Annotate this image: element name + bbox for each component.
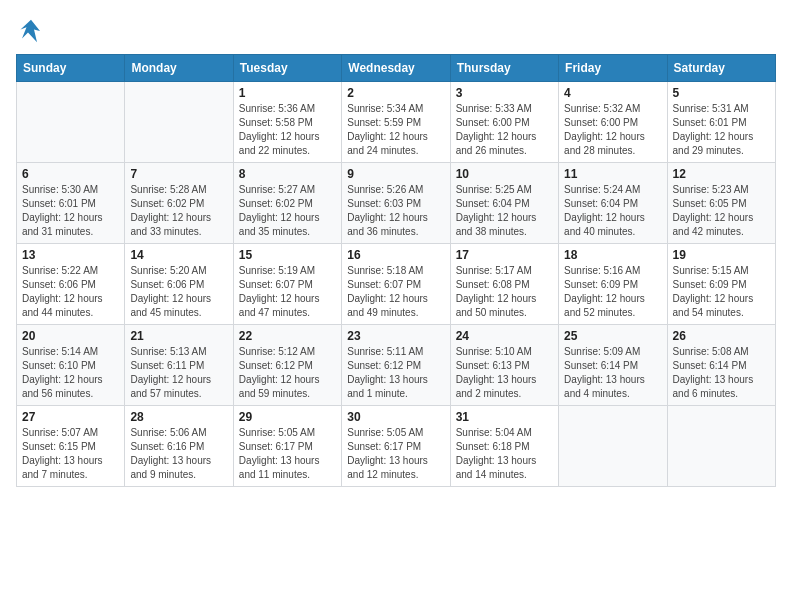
page-header: [16, 16, 776, 46]
calendar-cell: 21Sunrise: 5:13 AM Sunset: 6:11 PM Dayli…: [125, 325, 233, 406]
weekday-header-saturday: Saturday: [667, 55, 775, 82]
calendar-cell: 28Sunrise: 5:06 AM Sunset: 6:16 PM Dayli…: [125, 406, 233, 487]
calendar-cell: 17Sunrise: 5:17 AM Sunset: 6:08 PM Dayli…: [450, 244, 558, 325]
calendar-cell: 23Sunrise: 5:11 AM Sunset: 6:12 PM Dayli…: [342, 325, 450, 406]
day-info: Sunrise: 5:15 AM Sunset: 6:09 PM Dayligh…: [673, 264, 770, 320]
weekday-header-tuesday: Tuesday: [233, 55, 341, 82]
day-info: Sunrise: 5:27 AM Sunset: 6:02 PM Dayligh…: [239, 183, 336, 239]
calendar-cell: 3Sunrise: 5:33 AM Sunset: 6:00 PM Daylig…: [450, 82, 558, 163]
day-info: Sunrise: 5:25 AM Sunset: 6:04 PM Dayligh…: [456, 183, 553, 239]
calendar-cell: 16Sunrise: 5:18 AM Sunset: 6:07 PM Dayli…: [342, 244, 450, 325]
calendar-cell: 15Sunrise: 5:19 AM Sunset: 6:07 PM Dayli…: [233, 244, 341, 325]
day-info: Sunrise: 5:31 AM Sunset: 6:01 PM Dayligh…: [673, 102, 770, 158]
calendar-cell: 11Sunrise: 5:24 AM Sunset: 6:04 PM Dayli…: [559, 163, 667, 244]
day-number: 25: [564, 329, 661, 343]
calendar-cell: 18Sunrise: 5:16 AM Sunset: 6:09 PM Dayli…: [559, 244, 667, 325]
calendar-cell: 26Sunrise: 5:08 AM Sunset: 6:14 PM Dayli…: [667, 325, 775, 406]
day-number: 21: [130, 329, 227, 343]
day-number: 10: [456, 167, 553, 181]
day-info: Sunrise: 5:23 AM Sunset: 6:05 PM Dayligh…: [673, 183, 770, 239]
day-number: 13: [22, 248, 119, 262]
day-number: 7: [130, 167, 227, 181]
day-info: Sunrise: 5:06 AM Sunset: 6:16 PM Dayligh…: [130, 426, 227, 482]
weekday-header-friday: Friday: [559, 55, 667, 82]
week-row-2: 6Sunrise: 5:30 AM Sunset: 6:01 PM Daylig…: [17, 163, 776, 244]
calendar-cell: 9Sunrise: 5:26 AM Sunset: 6:03 PM Daylig…: [342, 163, 450, 244]
calendar-cell: 4Sunrise: 5:32 AM Sunset: 6:00 PM Daylig…: [559, 82, 667, 163]
day-info: Sunrise: 5:16 AM Sunset: 6:09 PM Dayligh…: [564, 264, 661, 320]
day-info: Sunrise: 5:11 AM Sunset: 6:12 PM Dayligh…: [347, 345, 444, 401]
calendar-cell: 27Sunrise: 5:07 AM Sunset: 6:15 PM Dayli…: [17, 406, 125, 487]
week-row-4: 20Sunrise: 5:14 AM Sunset: 6:10 PM Dayli…: [17, 325, 776, 406]
calendar-cell: [125, 82, 233, 163]
day-info: Sunrise: 5:24 AM Sunset: 6:04 PM Dayligh…: [564, 183, 661, 239]
calendar-cell: 8Sunrise: 5:27 AM Sunset: 6:02 PM Daylig…: [233, 163, 341, 244]
calendar-cell: 14Sunrise: 5:20 AM Sunset: 6:06 PM Dayli…: [125, 244, 233, 325]
calendar-cell: 13Sunrise: 5:22 AM Sunset: 6:06 PM Dayli…: [17, 244, 125, 325]
weekday-header-thursday: Thursday: [450, 55, 558, 82]
calendar-cell: 19Sunrise: 5:15 AM Sunset: 6:09 PM Dayli…: [667, 244, 775, 325]
day-info: Sunrise: 5:10 AM Sunset: 6:13 PM Dayligh…: [456, 345, 553, 401]
day-number: 18: [564, 248, 661, 262]
day-info: Sunrise: 5:34 AM Sunset: 5:59 PM Dayligh…: [347, 102, 444, 158]
calendar-cell: 29Sunrise: 5:05 AM Sunset: 6:17 PM Dayli…: [233, 406, 341, 487]
day-number: 19: [673, 248, 770, 262]
calendar-cell: 12Sunrise: 5:23 AM Sunset: 6:05 PM Dayli…: [667, 163, 775, 244]
day-number: 16: [347, 248, 444, 262]
day-info: Sunrise: 5:05 AM Sunset: 6:17 PM Dayligh…: [239, 426, 336, 482]
day-info: Sunrise: 5:17 AM Sunset: 6:08 PM Dayligh…: [456, 264, 553, 320]
day-number: 27: [22, 410, 119, 424]
calendar-cell: 2Sunrise: 5:34 AM Sunset: 5:59 PM Daylig…: [342, 82, 450, 163]
day-number: 17: [456, 248, 553, 262]
weekday-header-monday: Monday: [125, 55, 233, 82]
day-number: 20: [22, 329, 119, 343]
day-number: 28: [130, 410, 227, 424]
day-number: 29: [239, 410, 336, 424]
week-row-5: 27Sunrise: 5:07 AM Sunset: 6:15 PM Dayli…: [17, 406, 776, 487]
weekday-header-wednesday: Wednesday: [342, 55, 450, 82]
day-number: 26: [673, 329, 770, 343]
day-info: Sunrise: 5:36 AM Sunset: 5:58 PM Dayligh…: [239, 102, 336, 158]
day-info: Sunrise: 5:28 AM Sunset: 6:02 PM Dayligh…: [130, 183, 227, 239]
calendar-cell: 6Sunrise: 5:30 AM Sunset: 6:01 PM Daylig…: [17, 163, 125, 244]
day-number: 5: [673, 86, 770, 100]
day-info: Sunrise: 5:20 AM Sunset: 6:06 PM Dayligh…: [130, 264, 227, 320]
day-info: Sunrise: 5:22 AM Sunset: 6:06 PM Dayligh…: [22, 264, 119, 320]
calendar-cell: 7Sunrise: 5:28 AM Sunset: 6:02 PM Daylig…: [125, 163, 233, 244]
day-info: Sunrise: 5:33 AM Sunset: 6:00 PM Dayligh…: [456, 102, 553, 158]
day-info: Sunrise: 5:32 AM Sunset: 6:00 PM Dayligh…: [564, 102, 661, 158]
day-info: Sunrise: 5:12 AM Sunset: 6:12 PM Dayligh…: [239, 345, 336, 401]
day-number: 6: [22, 167, 119, 181]
calendar-cell: 20Sunrise: 5:14 AM Sunset: 6:10 PM Dayli…: [17, 325, 125, 406]
logo: [16, 16, 50, 46]
day-number: 11: [564, 167, 661, 181]
day-number: 23: [347, 329, 444, 343]
week-row-1: 1Sunrise: 5:36 AM Sunset: 5:58 PM Daylig…: [17, 82, 776, 163]
calendar-cell: 31Sunrise: 5:04 AM Sunset: 6:18 PM Dayli…: [450, 406, 558, 487]
day-number: 30: [347, 410, 444, 424]
calendar-cell: 30Sunrise: 5:05 AM Sunset: 6:17 PM Dayli…: [342, 406, 450, 487]
day-info: Sunrise: 5:14 AM Sunset: 6:10 PM Dayligh…: [22, 345, 119, 401]
calendar-cell: [559, 406, 667, 487]
day-number: 14: [130, 248, 227, 262]
day-info: Sunrise: 5:19 AM Sunset: 6:07 PM Dayligh…: [239, 264, 336, 320]
weekday-header-row: SundayMondayTuesdayWednesdayThursdayFrid…: [17, 55, 776, 82]
day-number: 24: [456, 329, 553, 343]
day-number: 15: [239, 248, 336, 262]
day-number: 9: [347, 167, 444, 181]
day-info: Sunrise: 5:05 AM Sunset: 6:17 PM Dayligh…: [347, 426, 444, 482]
day-number: 8: [239, 167, 336, 181]
calendar-cell: 1Sunrise: 5:36 AM Sunset: 5:58 PM Daylig…: [233, 82, 341, 163]
day-info: Sunrise: 5:30 AM Sunset: 6:01 PM Dayligh…: [22, 183, 119, 239]
day-number: 22: [239, 329, 336, 343]
day-number: 12: [673, 167, 770, 181]
day-info: Sunrise: 5:04 AM Sunset: 6:18 PM Dayligh…: [456, 426, 553, 482]
day-number: 31: [456, 410, 553, 424]
svg-marker-0: [21, 20, 41, 43]
calendar-cell: 10Sunrise: 5:25 AM Sunset: 6:04 PM Dayli…: [450, 163, 558, 244]
day-info: Sunrise: 5:08 AM Sunset: 6:14 PM Dayligh…: [673, 345, 770, 401]
calendar-cell: 5Sunrise: 5:31 AM Sunset: 6:01 PM Daylig…: [667, 82, 775, 163]
calendar-cell: 24Sunrise: 5:10 AM Sunset: 6:13 PM Dayli…: [450, 325, 558, 406]
day-number: 1: [239, 86, 336, 100]
calendar-cell: [17, 82, 125, 163]
